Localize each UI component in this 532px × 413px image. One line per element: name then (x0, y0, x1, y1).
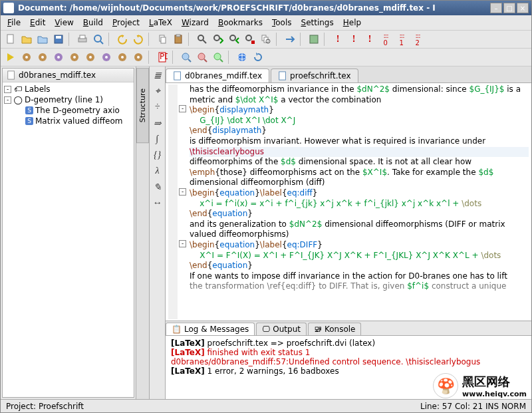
bottom-tab[interactable]: 🖳Konsole (308, 323, 362, 335)
find-prev-button[interactable] (227, 32, 241, 47)
editor-tab[interactable]: proefschrift.tex (271, 69, 358, 82)
tree-node[interactable]: -◯D-geometry (line 1) (4, 94, 132, 105)
gear-5-button[interactable] (83, 50, 98, 65)
new-file-button[interactable] (3, 32, 18, 47)
side-tabs: Structure (136, 67, 150, 399)
menu-latex[interactable]: LaTeX (145, 17, 176, 29)
menu-edit[interactable]: Edit (26, 17, 49, 29)
quickbuild-button[interactable] (3, 50, 18, 65)
menu-file[interactable]: File (3, 17, 25, 29)
goto-line-button[interactable] (283, 32, 297, 47)
editor-tool-button[interactable]: ✎ (152, 181, 164, 193)
svg-point-15 (246, 35, 251, 41)
tree-node[interactable]: SMatrix valued diffeom (4, 116, 132, 126)
error-3-button[interactable]: ! (362, 32, 377, 47)
editor-tool-button[interactable]: ⌖ (152, 85, 164, 97)
replace-button[interactable] (243, 32, 257, 47)
editor[interactable]: has the diffeomorphism invariance in the… (166, 83, 531, 321)
svg-point-41 (198, 53, 205, 60)
editor-tab[interactable]: d0branes_mdiff.tex (166, 69, 269, 82)
view-dvi-button[interactable] (179, 50, 194, 65)
tree-label: Matrix valued diffeom (35, 116, 122, 126)
menu-build[interactable]: Build (79, 17, 107, 29)
print-preview-button[interactable] (91, 32, 106, 47)
open-recent-button[interactable] (35, 32, 50, 47)
find-in-files-button[interactable] (259, 32, 273, 47)
config-button[interactable] (307, 32, 321, 47)
minimize-button[interactable]: – (490, 3, 502, 13)
gear-3-button[interactable] (51, 50, 66, 65)
menu-help[interactable]: Help (339, 17, 365, 29)
save-button[interactable] (51, 32, 66, 47)
undo-button[interactable] (115, 32, 130, 47)
main-area: d0branes_mdiff.tex -🏷Labels-◯D-geometry … (1, 67, 531, 399)
editor-tool-button[interactable]: ÷ (152, 101, 164, 113)
close-button[interactable]: × (517, 3, 529, 13)
toolbar-2: PDF (1, 49, 531, 67)
menu-settings[interactable]: Settings (297, 17, 338, 29)
svg-point-22 (25, 56, 28, 59)
svg-rect-49 (174, 72, 181, 80)
redo-button[interactable] (131, 32, 146, 47)
editor-tool-button[interactable]: ⇒ (152, 117, 164, 129)
tree-label: The D-geometry axio (35, 106, 120, 115)
reload-button[interactable] (251, 50, 265, 65)
marker-2-button[interactable]: :::2 (410, 32, 425, 47)
paste-button[interactable] (171, 32, 186, 47)
tree-header[interactable]: d0branes_mdiff.tex (3, 69, 134, 82)
tree-node[interactable]: -🏷Labels (4, 84, 132, 94)
bottom-tab[interactable]: 🖵Output (256, 323, 307, 335)
editor-tool-button[interactable]: ↔ (152, 197, 164, 209)
editor-tool-button[interactable]: λ (152, 165, 164, 177)
svg-rect-2 (56, 36, 61, 39)
open-button[interactable] (19, 32, 34, 47)
menu-view[interactable]: View (51, 17, 77, 29)
structure-side-tab[interactable]: Structure (136, 68, 149, 143)
expander-icon[interactable]: - (4, 96, 11, 104)
gear-2-button[interactable] (35, 50, 50, 65)
browser-button[interactable] (235, 50, 249, 65)
marker-0-button[interactable]: :::0 (378, 32, 393, 47)
pdf-button[interactable]: PDF (155, 50, 170, 65)
copy-button[interactable] (155, 32, 170, 47)
structure-tree: d0branes_mdiff.tex -🏷Labels-◯D-geometry … (2, 68, 134, 398)
menu-bookmarks[interactable]: Bookmarks (214, 17, 267, 29)
error-2-button[interactable]: ! (346, 32, 361, 47)
svg-point-28 (73, 56, 76, 59)
print-button[interactable] (75, 32, 90, 47)
tree-node[interactable]: SThe D-geometry axio (4, 105, 132, 116)
bottom-tab[interactable]: 📋Log & Messages (166, 323, 255, 335)
circle-icon: ◯ (13, 95, 23, 104)
tab-label: d0branes_mdiff.tex (185, 71, 262, 80)
labels-icon: 🏷 (13, 84, 23, 94)
structure-panel: d0branes_mdiff.tex -🏷Labels-◯D-geometry … (1, 67, 136, 399)
svg-rect-50 (279, 72, 286, 80)
expander-icon[interactable]: - (4, 86, 11, 93)
editor-tool-button[interactable]: ∫ (152, 133, 164, 145)
marker-1-button[interactable]: :::1 (394, 32, 409, 47)
editor-tool-button[interactable]: ≣ (152, 69, 164, 81)
maximize-button[interactable]: □ (503, 3, 515, 13)
svg-point-39 (182, 53, 189, 60)
editor-tool-button[interactable]: {} (152, 149, 164, 161)
menu-project[interactable]: Project (108, 17, 144, 29)
menu-tools[interactable]: Tools (268, 17, 296, 29)
gear-8-button[interactable] (131, 50, 146, 65)
svg-point-24 (41, 56, 44, 59)
gear-7-button[interactable] (115, 50, 130, 65)
svg-point-14 (230, 35, 235, 41)
menu-wizard[interactable]: Wizard (178, 17, 213, 29)
svg-point-32 (105, 56, 108, 59)
gear-1-button[interactable] (19, 50, 34, 65)
find-next-button[interactable] (211, 32, 225, 47)
gear-6-button[interactable] (99, 50, 114, 65)
svg-point-13 (214, 35, 219, 41)
view-pdf-button[interactable] (211, 50, 225, 65)
svg-point-11 (198, 35, 203, 41)
svg-line-44 (220, 59, 223, 62)
error-1-button[interactable]: ! (331, 32, 345, 47)
gear-4-button[interactable] (67, 50, 82, 65)
titlebar[interactable]: Document: /home/wijnhout/Documents/work/… (1, 1, 531, 15)
view-ps-button[interactable] (195, 50, 209, 65)
find-button[interactable] (195, 32, 209, 47)
